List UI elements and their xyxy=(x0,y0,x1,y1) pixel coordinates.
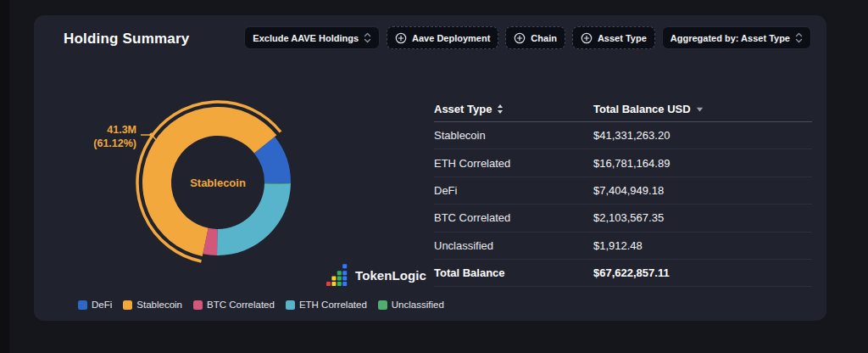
add-filter-aave-deployment-button[interactable]: Aave Deployment xyxy=(387,26,498,49)
add-filter-asset-type-button[interactable]: Asset Type xyxy=(572,26,655,49)
legend-label: DeFi xyxy=(92,300,112,310)
aggregated-by-label: Aggregated by: Asset Type xyxy=(670,33,790,43)
chart-legend: DeFiStablecoinBTC CorrelatedETH Correlat… xyxy=(78,300,444,310)
asset-type-cell: Unclassified xyxy=(434,239,593,252)
total-label: Total Balance xyxy=(434,266,593,279)
table-total-row: Total Balance $67,622,857.11 xyxy=(434,260,812,287)
table-row-eth-correlated: ETH Correlated$16,781,164.89 xyxy=(434,149,812,176)
total-balance-header-label: Total Balance USD xyxy=(593,103,691,115)
legend-label: Unclassified xyxy=(392,300,444,310)
legend-label: BTC Correlated xyxy=(207,300,275,310)
asset-type-cell: ETH Correlated xyxy=(434,157,593,170)
balance-cell: $2,103,567.35 xyxy=(593,211,812,224)
filter-buttons: Aave DeploymentChainAsset Type xyxy=(387,26,655,49)
logo-bar xyxy=(342,264,347,268)
logo-bar xyxy=(337,271,342,275)
exclude-aave-holdings-label: Exclude AAVE Holdings xyxy=(253,33,359,43)
legend-item-btc-correlated[interactable]: BTC Correlated xyxy=(193,300,275,310)
legend-swatch xyxy=(123,300,132,310)
plus-circle-icon xyxy=(514,32,526,44)
sort-icon xyxy=(497,104,504,115)
logo-bar xyxy=(342,277,347,281)
pie-slice-eth-correlated[interactable] xyxy=(217,183,291,255)
logo-bar xyxy=(326,282,331,286)
donut-center-label: Stablecoin xyxy=(190,176,246,189)
callout-dot xyxy=(149,132,153,137)
tokenlogic-logo: TokenLogic xyxy=(326,264,426,287)
legend-swatch xyxy=(286,300,295,310)
asset-type-cell: DeFi xyxy=(434,184,593,197)
total-value: $67,622,857.11 xyxy=(593,266,812,279)
callout-percent: (61.12%) xyxy=(93,137,136,149)
plus-circle-icon xyxy=(581,32,593,44)
column-header-total-balance[interactable]: Total Balance USD xyxy=(593,103,812,115)
balance-cell: $1,912.48 xyxy=(593,239,812,252)
balance-cell: $41,331,263.20 xyxy=(593,129,812,142)
chevron-up-down-icon xyxy=(364,32,371,43)
holdings-table: Asset Type Total Balance USD Stablecoin$… xyxy=(434,97,812,287)
filter-label: Asset Type xyxy=(598,33,647,43)
exclude-aave-holdings-select[interactable]: Exclude AAVE Holdings xyxy=(244,26,380,49)
table-row-stablecoin: Stablecoin$41,331,263.20 xyxy=(434,122,812,149)
table-row-btc-correlated: BTC Correlated$2,103,567.35 xyxy=(434,205,812,232)
legend-label: Stablecoin xyxy=(136,300,182,310)
legend-item-unclassified[interactable]: Unclassified xyxy=(378,300,444,310)
logo-bar xyxy=(342,282,347,286)
logo-bar xyxy=(331,282,336,286)
legend-swatch xyxy=(193,300,203,310)
legend-label: ETH Correlated xyxy=(299,300,367,310)
legend-swatch xyxy=(378,300,387,310)
table-row-defi: DeFi$7,404,949.18 xyxy=(434,177,812,205)
sidebar-edge xyxy=(0,0,9,353)
balance-cell: $7,404,949.18 xyxy=(593,184,812,197)
holding-summary-card: Holding Summary Exclude AAVE Holdings Aa… xyxy=(34,15,826,321)
table-body: Stablecoin$41,331,263.20ETH Correlated$1… xyxy=(434,122,812,260)
plus-circle-icon xyxy=(395,32,407,44)
filter-label: Aave Deployment xyxy=(412,33,490,43)
page-title: Holding Summary xyxy=(64,31,189,48)
legend-item-defi[interactable]: DeFi xyxy=(78,300,112,310)
tokenlogic-logo-text: TokenLogic xyxy=(355,268,426,283)
logo-bar xyxy=(337,282,342,286)
caret-down-icon xyxy=(696,107,704,112)
asset-type-cell: Stablecoin xyxy=(434,129,593,142)
logo-bar xyxy=(331,277,336,281)
logo-bar xyxy=(342,271,347,275)
asset-type-cell: BTC Correlated xyxy=(434,211,593,224)
legend-item-eth-correlated[interactable]: ETH Correlated xyxy=(286,300,367,310)
legend-item-stablecoin[interactable]: Stablecoin xyxy=(123,300,182,310)
aggregated-by-select[interactable]: Aggregated by: Asset Type xyxy=(662,26,811,49)
balance-cell: $16,781,164.89 xyxy=(593,157,812,170)
logo-bar xyxy=(337,277,342,281)
filter-label: Chain xyxy=(531,33,557,43)
table-header-row: Asset Type Total Balance USD xyxy=(434,97,812,122)
table-row-unclassified: Unclassified$1,912.48 xyxy=(434,233,812,260)
tokenlogic-bars-icon xyxy=(326,264,349,287)
column-header-asset-type[interactable]: Asset Type xyxy=(434,103,593,115)
legend-swatch xyxy=(78,300,87,310)
callout-value: 41.3M xyxy=(107,124,136,136)
add-filter-chain-button[interactable]: Chain xyxy=(505,26,565,49)
asset-type-header-label: Asset Type xyxy=(434,103,492,115)
toolbar: Exclude AAVE Holdings Aave DeploymentCha… xyxy=(244,26,811,49)
chevron-up-down-icon xyxy=(795,32,803,43)
